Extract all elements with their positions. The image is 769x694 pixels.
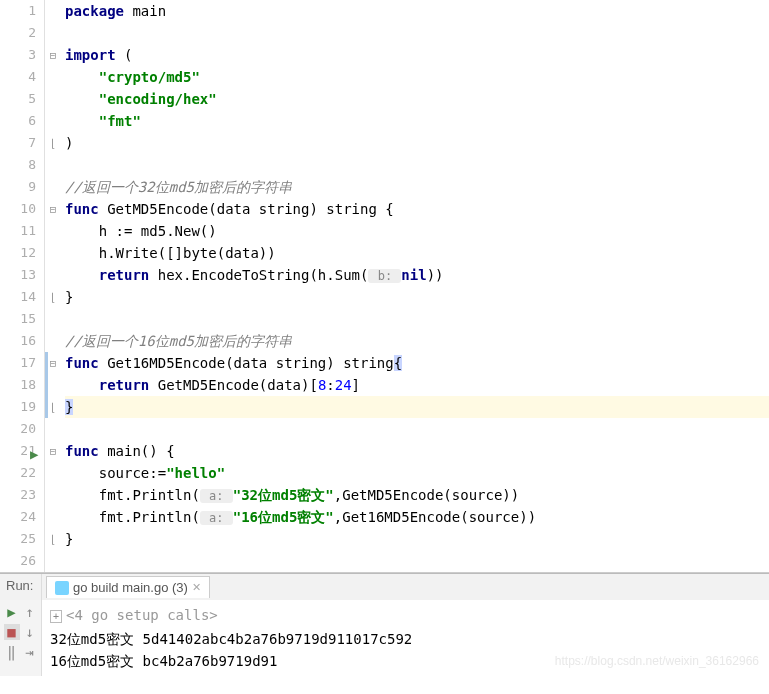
text: fmt.Println( xyxy=(65,509,200,525)
code-line[interactable] xyxy=(65,308,769,330)
text: ,GetMD5Encode(source)) xyxy=(334,487,519,503)
code-line[interactable]: } xyxy=(65,528,769,550)
soft-wrap-button[interactable]: ⇥ xyxy=(22,644,38,660)
change-indicator xyxy=(45,352,48,374)
code-line[interactable]: h.Write([]byte(data)) xyxy=(65,242,769,264)
line-number: 10 xyxy=(0,198,36,220)
text: } xyxy=(65,531,73,547)
line-number: 11 xyxy=(0,220,36,242)
go-file-icon xyxy=(55,581,69,595)
fold-end-icon: ⌊ xyxy=(45,286,61,308)
scroll-up-button[interactable]: ↑ xyxy=(22,604,38,620)
fold-marker-icon[interactable]: ⊟ xyxy=(45,44,61,66)
keyword: import xyxy=(65,47,116,63)
line-number: 3 xyxy=(0,44,36,66)
run-toolbar: ▶ ↑ ■ ↓ ‖ ⇥ xyxy=(0,600,42,676)
line-number: 13 xyxy=(0,264,36,286)
code-line[interactable]: fmt.Println( a: "16位md5密文",Get16MD5Encod… xyxy=(65,506,769,528)
code-line[interactable]: func GetMD5Encode(data string) string { xyxy=(65,198,769,220)
rerun-button[interactable]: ▶ xyxy=(4,604,20,620)
change-indicator xyxy=(45,374,48,396)
code-line[interactable]: return hex.EncodeToString(h.Sum( b: nil)… xyxy=(65,264,769,286)
code-line[interactable]: "encoding/hex" xyxy=(65,88,769,110)
code-area[interactable]: package main import ( "crypto/md5" "enco… xyxy=(61,0,769,572)
code-line[interactable]: } xyxy=(65,286,769,308)
keyword: return xyxy=(65,267,149,283)
line-number: 7 xyxy=(0,132,36,154)
line-number: 6 xyxy=(0,110,36,132)
scroll-down-button[interactable]: ↓ xyxy=(22,624,38,640)
run-gutter-icon[interactable]: ▶ xyxy=(30,443,38,465)
fold-end-icon: ⌊ xyxy=(45,528,61,550)
brace-highlight: } xyxy=(65,399,73,415)
code-line[interactable]: source:="hello" xyxy=(65,462,769,484)
code-line[interactable] xyxy=(65,418,769,440)
code-line[interactable]: ) xyxy=(65,132,769,154)
keyword: package xyxy=(65,3,124,19)
close-icon[interactable]: ✕ xyxy=(192,581,201,594)
text: Get16MD5Encode(data string) string xyxy=(99,355,394,371)
fold-marker-icon[interactable]: ⊟ xyxy=(45,198,61,220)
code-line[interactable]: ▶func main() { xyxy=(65,440,769,462)
code-line[interactable] xyxy=(65,22,769,44)
code-line[interactable]: import ( xyxy=(65,44,769,66)
output-line: <4 go setup calls> xyxy=(66,607,218,623)
change-indicator xyxy=(45,396,48,418)
line-number-gutter: 1 2 3 4 5 6 7 8 9 10 11 12 13 14 15 16 1… xyxy=(0,0,45,572)
text: : xyxy=(326,377,334,393)
text: )) xyxy=(427,267,444,283)
code-line[interactable] xyxy=(65,154,769,176)
line-number: 20 xyxy=(0,418,36,440)
code-line[interactable]: package main xyxy=(65,0,769,22)
pause-button[interactable]: ‖ xyxy=(4,644,20,660)
text: hex.EncodeToString(h.Sum( xyxy=(149,267,368,283)
stop-button[interactable]: ■ xyxy=(4,624,20,640)
comment: //返回一个16位md5加密后的字符串 xyxy=(65,333,292,349)
code-line[interactable]: return GetMD5Encode(data)[8:24] xyxy=(65,374,769,396)
code-line[interactable]: func Get16MD5Encode(data string) string{ xyxy=(65,352,769,374)
text: main() { xyxy=(99,443,175,459)
output-line: 16位md5密文 bc4b2a76b9719d91 xyxy=(50,653,277,669)
expand-icon[interactable]: + xyxy=(50,610,62,623)
code-line[interactable]: //返回一个16位md5加密后的字符串 xyxy=(65,330,769,352)
string-literal: "16位md5密文" xyxy=(233,509,334,525)
line-number: 17 xyxy=(0,352,36,374)
line-number: 25 xyxy=(0,528,36,550)
console-output[interactable]: +<4 go setup calls> 32位md5密文 5d41402abc4… xyxy=(42,600,769,676)
line-number: 24 xyxy=(0,506,36,528)
code-editor[interactable]: 1 2 3 4 5 6 7 8 9 10 11 12 13 14 15 16 1… xyxy=(0,0,769,573)
text: ,Get16MD5Encode(source)) xyxy=(334,509,536,525)
line-number: 2 xyxy=(0,22,36,44)
line-number: 19 xyxy=(0,396,36,418)
fold-end-icon: ⌊ xyxy=(45,132,61,154)
fold-marker-icon[interactable]: ⊟ xyxy=(45,440,61,462)
line-number: 23 xyxy=(0,484,36,506)
watermark-text: https://blog.csdn.net/weixin_36162966 xyxy=(555,650,759,672)
text: } xyxy=(65,289,73,305)
comment: //返回一个32位md5加密后的字符串 xyxy=(65,179,292,195)
text: ] xyxy=(352,377,360,393)
output-line: 32位md5密文 5d41402abc4b2a76b9719d911017c59… xyxy=(50,631,412,647)
code-line[interactable] xyxy=(65,550,769,572)
identifier: main xyxy=(124,3,166,19)
line-number: 8 xyxy=(0,154,36,176)
line-number: 15 xyxy=(0,308,36,330)
number-literal: 24 xyxy=(335,377,352,393)
run-tab[interactable]: go build main.go (3) ✕ xyxy=(46,576,210,598)
line-number: 16 xyxy=(0,330,36,352)
code-line[interactable]: fmt.Println( a: "32位md5密文",GetMD5Encode(… xyxy=(65,484,769,506)
line-number: 22 xyxy=(0,462,36,484)
parameter-hint: b: xyxy=(368,269,401,283)
line-number: 5 xyxy=(0,88,36,110)
string-literal: "crypto/md5" xyxy=(99,69,200,85)
code-line[interactable]: "crypto/md5" xyxy=(65,66,769,88)
code-line[interactable]: "fmt" xyxy=(65,110,769,132)
code-line[interactable]: h := md5.New() xyxy=(65,220,769,242)
string-literal: "encoding/hex" xyxy=(99,91,217,107)
keyword: func xyxy=(65,201,99,217)
code-line-current[interactable]: } xyxy=(65,396,769,418)
text: GetMD5Encode(data)[ xyxy=(149,377,318,393)
keyword: nil xyxy=(401,267,426,283)
text: GetMD5Encode(data string) string { xyxy=(99,201,394,217)
code-line[interactable]: //返回一个32位md5加密后的字符串 xyxy=(65,176,769,198)
